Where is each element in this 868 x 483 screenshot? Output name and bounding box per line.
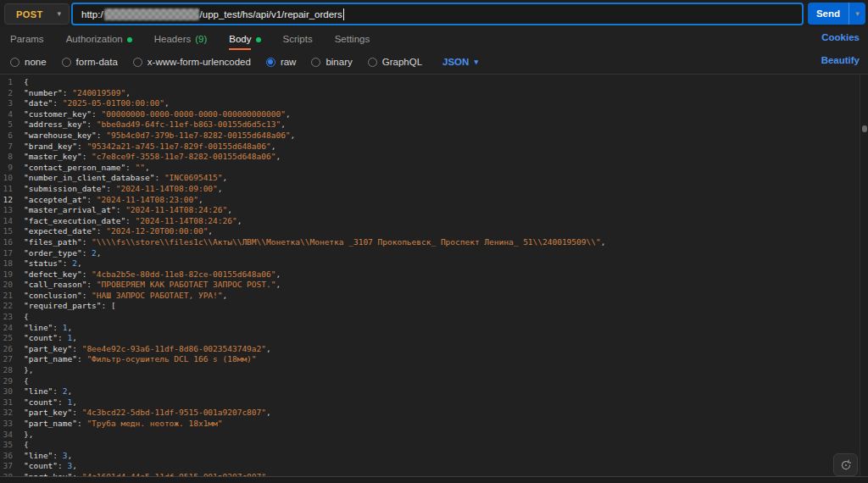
code-line[interactable]: 7"brand_key": "95342a21-a745-11e7-829f-0… (0, 142, 860, 153)
url-input[interactable]: http://upp_test/hs/api/v1/repair_orders (71, 3, 804, 25)
code-content: "files_path": "\\\\fs\\store\\files1c\\А… (24, 237, 605, 248)
radio-icon[interactable] (368, 58, 377, 67)
code-line[interactable]: 26"part_key": "8ee4e92c-93a6-11df-8d86-0… (0, 344, 860, 355)
code-line[interactable]: 25"count": 1, (0, 333, 860, 344)
code-content: "customer_key": "00000000-0000-0000-0000… (24, 109, 291, 120)
body-mode-row: none form-data x-www-form-urlencoded raw… (0, 53, 868, 71)
code-line[interactable]: 1{ (0, 77, 860, 88)
raw-body-editor[interactable]: 1{2"number": "240019509",3"date": "2025-… (0, 75, 860, 476)
send-button[interactable]: Send ▾ (808, 3, 865, 25)
send-label: Send (808, 3, 849, 25)
radio-icon[interactable] (62, 58, 71, 67)
code-line[interactable]: 12"accepted_at": "2024-11-14T08:23:00", (0, 195, 860, 206)
radio-selected-icon[interactable] (266, 58, 275, 67)
code-content: "call_reason": "ПРОВЕРЯЕМ КАК РАБОТАЕТ З… (24, 280, 281, 291)
code-line[interactable]: 3"date": "2025-05-01T00:00:00", (0, 98, 860, 109)
refresh-button[interactable] (833, 453, 858, 476)
line-number: 34 (0, 430, 24, 441)
code-content: "address_key": "bbe0ad49-64fc-11ef-b863-… (24, 119, 286, 130)
code-line[interactable]: 8"master_key": "c7e8ce9f-3558-11e7-8282-… (0, 152, 860, 163)
code-line[interactable]: 17"order_type": 2, (0, 248, 860, 259)
code-line[interactable]: 23{ (0, 312, 860, 323)
radio-icon[interactable] (311, 58, 320, 67)
line-number: 23 (0, 312, 24, 323)
tab-label: Headers (154, 34, 191, 44)
code-line[interactable]: 36"line": 3, (0, 451, 860, 462)
tab-body[interactable]: Body (229, 29, 260, 49)
code-line[interactable]: 29{ (0, 376, 860, 387)
line-number: 16 (0, 237, 24, 248)
code-line[interactable]: 32"part_key": "4c3bcd22-5dbd-11df-9515-0… (0, 408, 860, 419)
code-line[interactable]: 15"expected_date": "2024-12-20T00:00:00"… (0, 226, 860, 237)
code-line[interactable]: 13"master_arrival_at": "2024-11-14T08:24… (0, 205, 860, 216)
mode-label: form-data (76, 57, 118, 67)
beautify-link[interactable]: Beautify (821, 55, 860, 65)
radio-icon[interactable] (10, 58, 19, 67)
scrollbar-thumb[interactable] (862, 125, 867, 132)
vertical-scrollbar[interactable] (860, 75, 868, 476)
mode-x-www-form-urlencoded[interactable]: x-www-form-urlencoded (133, 57, 251, 67)
mode-raw[interactable]: raw (266, 57, 297, 67)
line-number: 37 (0, 461, 24, 472)
tab-label: Settings (335, 34, 370, 44)
code-content: "count": 3, (24, 461, 77, 472)
tab-scripts[interactable]: Scripts (283, 29, 313, 49)
code-line[interactable]: 19"defect_key": "4cba2b5e-80dd-11e8-82ce… (0, 269, 860, 280)
send-options-chevron[interactable]: ▾ (849, 3, 865, 25)
code-line[interactable]: 5"address_key": "bbe0ad49-64fc-11ef-b863… (0, 119, 860, 130)
url-path: /upp_test/hs/api/v1/repair_orders (200, 9, 342, 19)
code-content: "count": 1, (24, 333, 77, 344)
code-line[interactable]: 10"number_in_client_database": "INC06954… (0, 173, 860, 184)
code-line[interactable]: 20"call_reason": "ПРОВЕРЯЕМ КАК РАБОТАЕТ… (0, 280, 860, 291)
code-line[interactable]: 4"customer_key": "00000000-0000-0000-000… (0, 109, 860, 120)
code-line[interactable]: 9"contact_person_name": "", (0, 163, 860, 174)
code-line[interactable]: 33"part_name": "Труба медн. неотож. 18x1… (0, 419, 860, 430)
code-line[interactable]: 37"count": 3, (0, 461, 860, 472)
mode-binary[interactable]: binary (311, 57, 352, 67)
code-line[interactable]: 27"part_name": "Фильтр-осушитель DCL 166… (0, 354, 860, 365)
horizontal-scrollbar[interactable] (0, 476, 868, 483)
tab-headers[interactable]: Headers (9) (154, 29, 208, 49)
request-bar: POST ▾ http://upp_test/hs/api/v1/repair_… (0, 0, 868, 27)
line-number: 7 (0, 142, 24, 153)
mode-graphql[interactable]: GraphQL (368, 57, 422, 67)
code-line[interactable]: 24"line": 1, (0, 323, 860, 334)
radio-icon[interactable] (133, 58, 142, 67)
code-line[interactable]: 21"conclusion": "НАШ ЗАПРОС РАБОТАЕТ, УР… (0, 291, 860, 302)
code-line[interactable]: 28}, (0, 365, 860, 376)
line-number: 11 (0, 184, 24, 195)
tab-params[interactable]: Params (10, 29, 44, 49)
code-line[interactable]: 16"files_path": "\\\\fs\\store\\files1c\… (0, 237, 860, 248)
code-content: "line": 2, (24, 386, 72, 397)
tab-authorization[interactable]: Authorization (66, 29, 132, 49)
code-content: "defect_key": "4cba2b5e-80dd-11e8-82ce-0… (24, 269, 281, 280)
tab-settings[interactable]: Settings (335, 29, 370, 49)
mode-form-data[interactable]: form-data (62, 57, 118, 67)
code-line[interactable]: 18"status": 2, (0, 258, 860, 269)
request-tabs: Params Authorization Headers (9) Body Sc… (0, 29, 868, 49)
code-content: "brand_key": "95342a21-a745-11e7-829f-00… (24, 142, 275, 153)
code-line[interactable]: 22"required_parts": [ (0, 301, 860, 312)
code-content: { (24, 376, 29, 387)
code-line[interactable]: 6"warehouse_key": "95b4c0d7-379b-11e7-82… (0, 130, 860, 142)
cookies-link[interactable]: Cookies (821, 32, 860, 42)
code-line[interactable]: 31"count": 1, (0, 397, 860, 408)
code-line[interactable]: 30"line": 2, (0, 386, 860, 397)
code-line[interactable]: 35{ (0, 440, 860, 451)
code-line[interactable]: 11"submission_date": "2024-11-14T08:09:0… (0, 184, 860, 195)
line-number: 36 (0, 451, 24, 462)
mode-none[interactable]: none (10, 57, 47, 67)
mode-label: GraphQL (382, 57, 422, 67)
code-line[interactable]: 2"number": "240019509", (0, 88, 860, 99)
mode-label: raw (281, 57, 297, 67)
language-dropdown[interactable]: JSON ▾ (442, 57, 478, 67)
line-number: 5 (0, 119, 24, 130)
code-content: }, (24, 430, 33, 441)
line-number: 18 (0, 258, 24, 269)
code-content: "status": 2, (24, 258, 82, 269)
code-content: "line": 3, (24, 451, 72, 462)
line-number: 6 (0, 130, 24, 142)
method-dropdown[interactable]: POST ▾ (4, 3, 70, 25)
code-line[interactable]: 14"fact_execution_date": "2024-11-14T08:… (0, 216, 860, 227)
code-line[interactable]: 34}, (0, 430, 860, 441)
